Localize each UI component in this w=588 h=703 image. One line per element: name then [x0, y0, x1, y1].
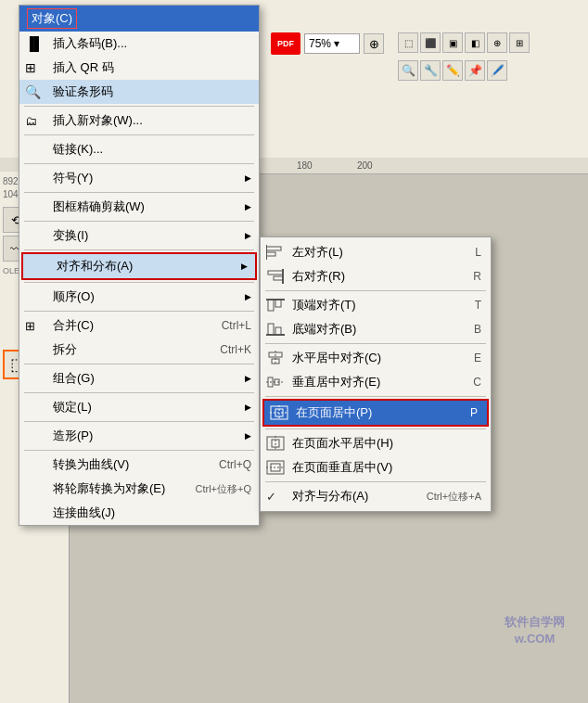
- submenu-item-center-page-v[interactable]: 在页面垂直居中(V): [261, 455, 491, 479]
- menu-item-merge[interactable]: ⊞ 合并(C) Ctrl+L: [19, 313, 259, 338]
- zoom-fit[interactable]: ⊕: [364, 33, 384, 54]
- toolbar-icon-11[interactable]: 🖊️: [487, 60, 507, 81]
- menu-item-group[interactable]: 组合(G) ▶: [19, 366, 259, 390]
- menu-item-transform[interactable]: 变换(I) ▶: [19, 224, 259, 248]
- center-page-icon: [270, 405, 288, 421]
- svg-rect-4: [274, 276, 283, 280]
- align-right-icon: [266, 269, 285, 285]
- submenu-arrow-align: ▶: [241, 262, 248, 271]
- submenu-align: 左对齐(L) L 右对齐(R) R 顶端对齐(T) T 底端对齐(B) B 水平…: [260, 236, 492, 512]
- svg-rect-1: [266, 252, 275, 256]
- toolbar-icon-3[interactable]: ▣: [442, 32, 463, 53]
- menu-item-outline-to-obj[interactable]: 将轮廓转换为对象(E) Ctrl+位移+Q: [19, 477, 259, 501]
- toolbar-icon-10[interactable]: 📌: [465, 60, 485, 81]
- menu-item-verify-barcode[interactable]: 🔍 验证条形码: [19, 80, 259, 104]
- center-page-h-icon: [266, 436, 285, 452]
- insert-icon: 🗂: [25, 114, 37, 128]
- svg-rect-3: [268, 271, 283, 275]
- submenu-item-center-page[interactable]: 在页面居中(P) P: [262, 399, 489, 427]
- align-left-icon: [266, 245, 285, 261]
- menu-item-break[interactable]: 拆分 Ctrl+K: [19, 338, 259, 362]
- menu-item-to-curves[interactable]: 转换为曲线(V) Ctrl+Q: [19, 453, 259, 477]
- toolbar-icon-9[interactable]: ✏️: [442, 60, 463, 81]
- menu-item-insert-object[interactable]: 🗂 插入新对象(W)...: [19, 109, 259, 133]
- toolbar-icon-6[interactable]: ⊞: [509, 32, 530, 53]
- menu-item-lock[interactable]: 锁定(L) ▶: [19, 395, 259, 419]
- merge-icon: ⊞: [25, 319, 35, 333]
- menu-item-insert-qr[interactable]: ⊞ 插入 QR 码: [19, 56, 259, 80]
- submenu-arrow-crop: ▶: [245, 202, 251, 211]
- menu-item-crop[interactable]: 图框精确剪裁(W) ▶: [19, 195, 259, 219]
- submenu-item-align-right[interactable]: 右对齐(R) R: [261, 264, 491, 288]
- menu-item-link[interactable]: 链接(K)...: [19, 137, 259, 161]
- toolbar-icon-7[interactable]: 🔍: [398, 60, 418, 81]
- toolbar-icon-1[interactable]: ⬚: [398, 32, 418, 53]
- submenu-item-align-top[interactable]: 顶端对齐(T) T: [261, 293, 491, 317]
- svg-rect-0: [266, 247, 281, 250]
- primary-menu: 对象(C) ▐▌ 插入条码(B)... ⊞ 插入 QR 码 🔍 验证条形码 🗂 …: [19, 5, 260, 526]
- svg-rect-7: [275, 300, 281, 307]
- svg-rect-6: [268, 300, 274, 311]
- submenu-arrow-transform: ▶: [245, 231, 251, 240]
- zoom-dropdown[interactable]: 75% ▾: [304, 33, 360, 54]
- menu-item-order[interactable]: 顺序(O) ▶: [19, 285, 259, 309]
- center-page-v-icon: [266, 460, 285, 476]
- watermark: 软件自学网 w.COM: [505, 614, 565, 647]
- toolbar-icon-2[interactable]: ⬛: [420, 32, 441, 53]
- menu-item-shape[interactable]: 造形(P) ▶: [19, 424, 259, 448]
- barcode-icon: ▐▌: [25, 36, 44, 51]
- submenu-arrow-group: ▶: [245, 374, 251, 383]
- align-top-icon: [266, 298, 285, 313]
- submenu-item-center-h[interactable]: 水平居中对齐(C) E: [261, 346, 491, 370]
- submenu-arrow-lock: ▶: [245, 403, 251, 412]
- submenu-item-align-left[interactable]: 左对齐(L) L: [261, 240, 491, 264]
- menu-item-symbol[interactable]: 符号(Y) ▶: [19, 166, 259, 190]
- qr-icon: ⊞: [25, 60, 36, 75]
- menu-item-insert-barcode[interactable]: ▐▌ 插入条码(B)...: [19, 32, 259, 56]
- svg-rect-10: [275, 327, 281, 335]
- menu-item-align[interactable]: 对齐和分布(A) ▶: [21, 252, 257, 280]
- verify-icon: 🔍: [25, 84, 41, 99]
- toolbar-icon-4[interactable]: ◧: [465, 32, 485, 53]
- center-h-icon: [266, 351, 285, 366]
- submenu-item-center-page-h[interactable]: 在页面水平居中(H): [261, 431, 491, 455]
- checkmark-icon: ✓: [266, 490, 276, 504]
- submenu-arrow: ▶: [245, 173, 251, 183]
- menu-item-connect-curves[interactable]: 连接曲线(J): [19, 501, 259, 525]
- submenu-arrow-shape: ▶: [245, 431, 251, 441]
- align-bottom-icon: [266, 322, 285, 338]
- menu-title-bar: 对象(C): [19, 6, 259, 32]
- menu-title-text: 对象(C): [27, 8, 77, 29]
- pdf-button[interactable]: PDF: [271, 32, 300, 55]
- submenu-item-align-bottom[interactable]: 底端对齐(B) B: [261, 317, 491, 341]
- toolbar-icon-8[interactable]: 🔧: [420, 60, 441, 81]
- center-v-icon: [266, 375, 285, 390]
- toolbar-icon-5[interactable]: ⊕: [487, 32, 507, 53]
- submenu-item-center-v[interactable]: 垂直居中对齐(E) C: [261, 370, 491, 394]
- svg-rect-9: [268, 324, 274, 335]
- submenu-item-align-distribute[interactable]: ✓ 对齐与分布(A) Ctrl+位移+A: [261, 484, 491, 508]
- submenu-arrow-order: ▶: [245, 292, 251, 301]
